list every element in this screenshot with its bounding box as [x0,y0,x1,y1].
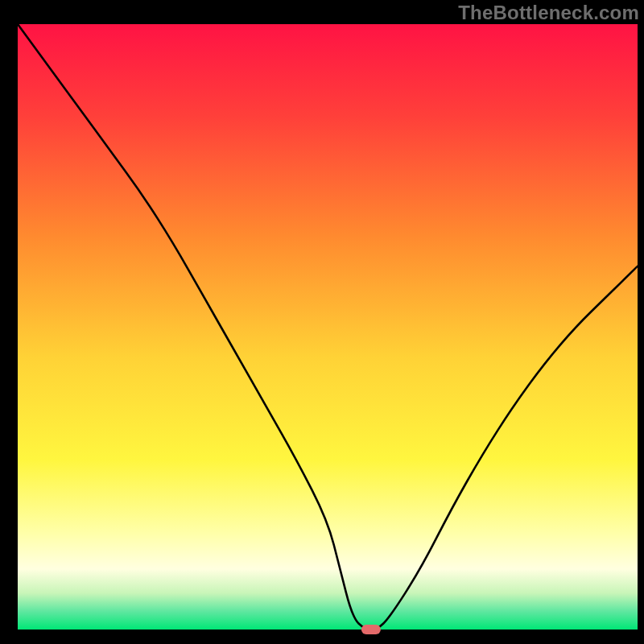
plot-background [18,24,638,630]
bottleneck-chart: TheBottleneck.com [0,0,644,644]
watermark: TheBottleneck.com [458,2,639,24]
optimal-marker [361,625,381,634]
chart-svg [0,0,644,644]
